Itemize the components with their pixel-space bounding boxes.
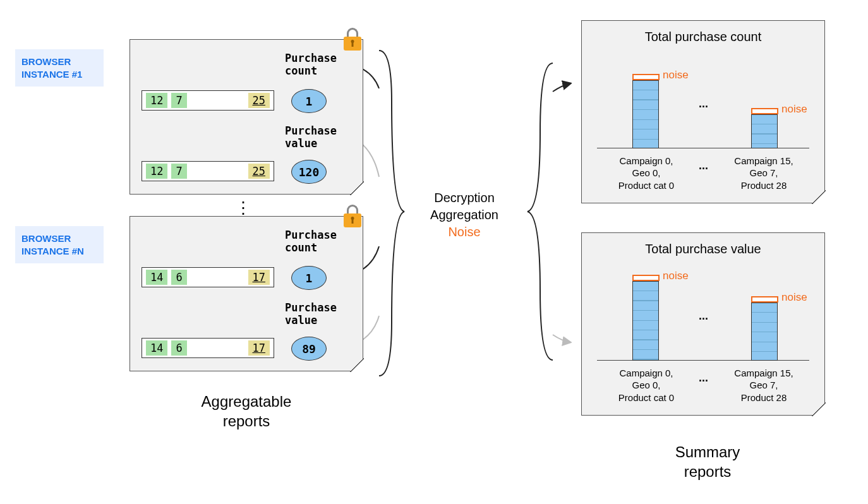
summary-count-chart: noise ... noise — [582, 52, 824, 148]
key-chip: 17 — [248, 270, 270, 285]
noise-cap — [751, 108, 778, 114]
chart-ellipsis: ... — [699, 97, 708, 111]
key-chip: 14 — [146, 340, 167, 356]
key-row: 12 7 25 — [142, 90, 274, 111]
browser-instance-1-tag: BROWSER INSTANCE #1 — [15, 49, 104, 87]
value-text: 1 — [306, 95, 313, 108]
value-bubble-value: 89 — [291, 337, 327, 361]
aggregatable-reports-label: Aggregatable reports — [171, 392, 322, 431]
aggregatable-report-1: Purchase count 12 7 25 1 Purchase value … — [130, 39, 363, 195]
vertical-ellipsis: ⋮ — [235, 200, 251, 216]
aggregatable-report-n: Purchase count 14 6 17 1 Purchase value … — [130, 216, 363, 371]
noise-cap — [751, 296, 778, 303]
axis-ellipsis: ... — [699, 159, 708, 172]
key-chip: 7 — [171, 164, 186, 179]
key-row: 14 6 17 — [142, 267, 274, 287]
noise-cap — [632, 74, 660, 80]
browser-instance-n-tag: BROWSER INSTANCE #N — [15, 226, 104, 263]
key-chip: 14 — [146, 270, 167, 285]
noise-label: noise — [781, 291, 807, 304]
metric-label-count: Purchase count — [285, 52, 337, 77]
metric-label-count: Purchase count — [285, 229, 337, 254]
metric-label-value: Purchase value — [285, 125, 337, 150]
noise-label: noise — [663, 270, 689, 282]
axis-label: Campaign 15, Geo 7, Product 28 — [720, 367, 808, 404]
value-text: 120 — [299, 165, 320, 179]
value-bubble-count: 1 — [291, 89, 327, 113]
key-chip: 17 — [248, 340, 270, 356]
axis-ellipsis: ... — [699, 371, 708, 385]
key-chip: 6 — [171, 340, 186, 356]
axis-label: Campaign 0, Geo 0, Product cat 0 — [602, 155, 690, 192]
lock-icon — [344, 28, 361, 51]
axis-label: Campaign 0, Geo 0, Product cat 0 — [602, 367, 690, 404]
browser-instance-n-text: BROWSER INSTANCE #N — [21, 233, 84, 256]
center-process-label: Decryption Aggregation Noise — [414, 189, 515, 241]
chart-bar — [751, 114, 778, 148]
summary-value-chart: noise ... noise — [582, 265, 824, 361]
summary-value-title: Total purchase value — [582, 242, 824, 256]
key-chip: 6 — [171, 270, 186, 285]
chart-bar — [751, 303, 778, 361]
noise-cap — [632, 275, 660, 281]
value-text: 1 — [306, 272, 313, 285]
metric-label-value: Purchase value — [285, 302, 337, 327]
value-bubble-count: 1 — [291, 266, 327, 290]
summary-report-value: Total purchase value noise ... noise Cam… — [581, 232, 825, 416]
center-line1: Decryption — [414, 189, 515, 207]
center-line2: Aggregation — [414, 207, 515, 224]
key-chip: 12 — [146, 93, 167, 108]
summary-report-count: Total purchase count noise ... noise Cam… — [581, 20, 825, 203]
browser-instance-1-text: BROWSER INSTANCE #1 — [21, 56, 82, 80]
value-bubble-value: 120 — [291, 160, 327, 184]
key-chip: 25 — [248, 93, 270, 108]
key-row: 12 7 25 — [142, 161, 274, 181]
chart-bar — [632, 281, 659, 361]
key-chip: 25 — [248, 164, 270, 179]
noise-label: noise — [781, 103, 807, 116]
chart-bar — [632, 80, 659, 148]
summary-count-title: Total purchase count — [582, 30, 824, 44]
key-chip: 7 — [171, 93, 186, 108]
summary-reports-label: Summary reports — [632, 442, 783, 481]
chart-ellipsis: ... — [699, 309, 708, 323]
noise-label: noise — [663, 69, 689, 81]
center-noise: Noise — [414, 224, 515, 241]
key-row: 14 6 17 — [142, 338, 274, 358]
axis-label: Campaign 15, Geo 7, Product 28 — [720, 155, 808, 192]
key-chip: 12 — [146, 164, 167, 179]
value-text: 89 — [302, 342, 316, 356]
lock-icon — [344, 205, 361, 227]
